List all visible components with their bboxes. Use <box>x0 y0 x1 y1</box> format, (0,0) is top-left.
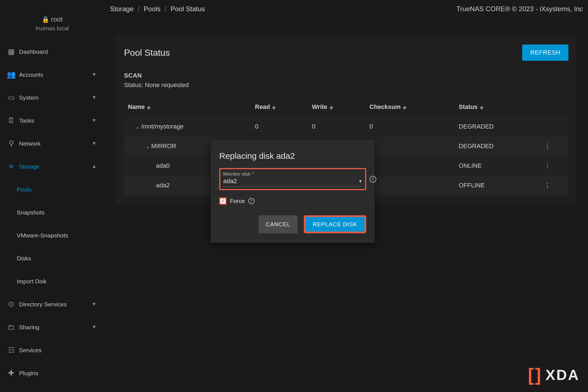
sidebar-item-network[interactable]: ⚲ Network ▼ <box>0 132 104 155</box>
sidebar-item-services[interactable]: ☷ Services <box>0 339 104 361</box>
sort-icon: ◆ <box>403 105 406 110</box>
row-name: ada0 <box>156 162 170 169</box>
cell-checksum: ) <box>366 156 455 176</box>
cell-status: DEGRADED <box>455 117 540 136</box>
member-disk-field[interactable]: Member disk * ada2 ▼ <box>219 168 366 190</box>
nav-icon: 🗀 <box>5 323 17 332</box>
table-row: ⌄/mnt/mystorage000DEGRADED <box>124 117 568 136</box>
nav-icon: ⊙ <box>5 300 17 309</box>
chevron-down-icon: ▼ <box>92 95 97 101</box>
sort-icon: ◆ <box>147 105 150 110</box>
branding-text: TrueNAS CORE® © 2023 - iXsystems, Inc <box>456 5 583 13</box>
sidebar-item-label: Plugins <box>17 370 97 377</box>
sort-icon: ◆ <box>272 105 276 110</box>
sidebar-item-label: Storage <box>17 163 92 170</box>
sidebar-item-tasks[interactable]: 🗓 Tasks ▼ <box>0 109 104 132</box>
nav-icon: ✚ <box>5 369 17 377</box>
sidebar-item-sharing[interactable]: 🗀 Sharing ▼ <box>0 316 104 339</box>
row-name: /mnt/mystorage <box>141 123 184 130</box>
cell-checksum: 0 <box>366 117 455 136</box>
breadcrumb[interactable]: Storage / Pools / Pool Status <box>110 5 205 13</box>
chevron-down-icon[interactable]: ⌄ <box>146 144 150 149</box>
breadcrumb-sep: / <box>138 5 140 13</box>
cell-checksum: ) <box>366 136 455 156</box>
sidebar-item-label: Accounts <box>17 71 92 78</box>
sidebar-item-directory-services[interactable]: ⊙ Directory Services ▼ <box>0 293 104 316</box>
watermark: [] XDA <box>528 365 580 385</box>
sidebar-item-label: Sharing <box>17 324 92 331</box>
nav-icon: 🗓 <box>5 116 17 125</box>
chevron-down-icon[interactable]: ⌄ <box>136 125 139 129</box>
cell-status: ONLINE <box>455 156 540 176</box>
scan-status: Status: None requested <box>124 81 568 89</box>
nav-icon: ≡ <box>5 162 17 171</box>
chevron-down-icon: ▼ <box>92 72 97 78</box>
nav-icon: ▦ <box>5 47 17 56</box>
breadcrumb-item[interactable]: Storage <box>110 5 134 13</box>
sidebar-item-label: System <box>17 94 92 101</box>
replace-disk-highlight: REPLACE DISK <box>304 215 366 233</box>
sidebar-nav: ▦ Dashboard 👥 Accounts ▼▭ System ▼🗓 Task… <box>0 40 104 384</box>
sidebar-item-label: Services <box>17 347 97 354</box>
force-label: Force <box>230 198 245 204</box>
cell-status: DEGRADED <box>455 136 540 156</box>
chevron-down-icon: ▼ <box>92 324 97 330</box>
column-header-name[interactable]: Name◆ <box>124 97 251 117</box>
row-menu-button <box>540 117 568 136</box>
help-icon[interactable]: ? <box>370 176 376 183</box>
row-name: MIRROR <box>151 143 176 150</box>
sidebar-host: truenas.local <box>0 25 104 32</box>
watermark-text: XDA <box>545 367 580 383</box>
force-checkbox[interactable]: ✓ <box>219 197 227 205</box>
refresh-button[interactable]: REFRESH <box>522 45 568 61</box>
sidebar-subitem-pools[interactable]: Pools <box>0 178 104 201</box>
topbar: Storage / Pools / Pool Status TrueNAS CO… <box>104 0 588 18</box>
page-title: Pool Status <box>124 48 170 58</box>
cancel-button[interactable]: CANCEL <box>258 215 298 233</box>
chevron-down-icon: ▼ <box>92 301 97 307</box>
dialog-title: Replacing disk ada2 <box>219 151 366 161</box>
member-disk-value: ada2 <box>223 178 237 185</box>
sidebar-user: root <box>51 15 62 23</box>
sort-icon: ◆ <box>330 105 333 110</box>
breadcrumb-item[interactable]: Pool Status <box>171 5 205 13</box>
sidebar-subitem-disks[interactable]: Disks <box>0 247 104 270</box>
sort-icon: ◆ <box>480 105 483 110</box>
sidebar-item-label: Dashboard <box>17 48 97 55</box>
replace-disk-dialog: Replacing disk ada2 Member disk * ada2 ▼… <box>211 140 375 243</box>
row-name: ada2 <box>156 182 170 189</box>
sidebar-subitem-snapshots[interactable]: Snapshots <box>0 201 104 224</box>
row-menu-button[interactable]: ⋮ <box>540 136 568 156</box>
cell-read: 0 <box>251 117 308 136</box>
member-disk-label: Member disk * <box>223 171 362 177</box>
lock-icon: 🔒 <box>42 16 49 23</box>
column-header-status[interactable]: Status◆ <box>455 97 540 117</box>
sidebar-item-system[interactable]: ▭ System ▼ <box>0 86 104 109</box>
sidebar-item-storage[interactable]: ≡ Storage ▲ <box>0 155 104 178</box>
sidebar-item-label: Tasks <box>17 117 92 124</box>
column-header-write[interactable]: Write◆ <box>308 97 365 117</box>
sidebar-item-plugins[interactable]: ✚ Plugins <box>0 361 104 384</box>
nav-icon: ▭ <box>5 93 17 102</box>
nav-icon: 👥 <box>5 70 17 79</box>
sidebar-item-accounts[interactable]: 👥 Accounts ▼ <box>0 63 104 86</box>
nav-icon: ⚲ <box>5 139 17 148</box>
cell-status: OFFLINE <box>455 176 540 195</box>
breadcrumb-item[interactable]: Pools <box>144 5 160 13</box>
row-menu-button[interactable]: ⋮ <box>540 176 568 195</box>
watermark-bracket-icon: [] <box>528 365 542 385</box>
breadcrumb-sep: / <box>165 5 167 13</box>
sidebar-subitem-vmware-snapshots[interactable]: VMware-Snapshots <box>0 224 104 247</box>
sidebar: 🔒root truenas.local ▦ Dashboard 👥 Accoun… <box>0 0 104 392</box>
chevron-up-icon: ▲ <box>92 164 97 169</box>
sidebar-item-dashboard[interactable]: ▦ Dashboard <box>0 40 104 63</box>
column-header-checksum[interactable]: Checksum◆ <box>366 97 455 117</box>
help-icon[interactable]: ? <box>248 198 255 204</box>
sidebar-item-label: Network <box>17 140 92 147</box>
chevron-down-icon[interactable]: ▼ <box>358 179 362 183</box>
replace-disk-button[interactable]: REPLACE DISK <box>305 217 365 232</box>
row-menu-button[interactable]: ⋮ <box>540 156 568 176</box>
sidebar-item-label: Directory Services <box>17 301 92 308</box>
column-header-read[interactable]: Read◆ <box>251 97 308 117</box>
sidebar-subitem-import-disk[interactable]: Import Disk <box>0 270 104 293</box>
